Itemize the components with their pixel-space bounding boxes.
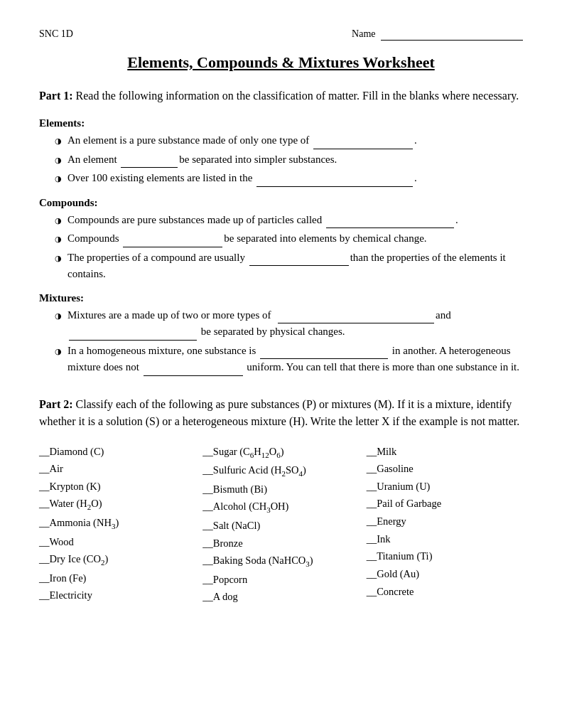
blank [313, 132, 413, 149]
part1-label: Part 1: [39, 90, 73, 102]
blank [256, 170, 413, 187]
list-item: __Pail of Garbage [367, 495, 523, 513]
list-item: __Baking Soda (NaHCO3) [202, 552, 359, 571]
part2-label: Part 2: [39, 398, 73, 410]
compounds-item-1: Compounds are pure substances made up of… [67, 212, 523, 229]
list-item: __Concrete [367, 583, 523, 601]
list-item: __Sulfuric Acid (H2SO4) [202, 461, 359, 481]
course-code: SNC 1D [39, 28, 73, 40]
list-item: __Diamond (C) [39, 443, 195, 461]
elements-item-2: An element be separated into simpler sub… [67, 151, 523, 168]
part1-intro: Part 1: Read the following information o… [39, 87, 523, 105]
list-item: __Air [39, 460, 195, 478]
mixtures-item-2: In a homogeneous mixture, one substance … [67, 343, 523, 376]
list-item: __Bismuth (Bi) [202, 481, 359, 498]
list-item: __Salt (NaCl) [202, 517, 359, 535]
mixtures-section: Mixtures: ◑ Mixtures are a made up of tw… [39, 292, 523, 376]
mixtures-heading: Mixtures: [39, 292, 523, 304]
bullet-icon: ◑ [55, 154, 62, 166]
list-item: __Gasoline [367, 460, 523, 478]
compounds-section: Compounds: ◑ Compounds are pure substanc… [39, 197, 523, 282]
blank [144, 359, 243, 376]
compounds-heading: Compounds: [39, 197, 523, 209]
elements-item-3: Over 100 existing elements are listed in… [67, 170, 523, 187]
list-item: __Wood [39, 533, 195, 551]
list-item: ◑ Over 100 existing elements are listed … [55, 170, 523, 187]
bullet-icon: ◑ [55, 310, 62, 322]
list-item: __Bronze [202, 535, 359, 552]
bullet-icon: ◑ [55, 135, 62, 147]
blank [260, 343, 388, 360]
name-line: Name [352, 28, 523, 41]
classify-col1: __Diamond (C) __Air __Krypton (K) __Wate… [39, 443, 195, 606]
mixtures-list: ◑ Mixtures are a made up of two or more … [55, 307, 523, 376]
blank [278, 307, 434, 324]
list-item: ◑ In a homogeneous mixture, one substanc… [55, 343, 523, 376]
list-item: __Ink [367, 530, 523, 548]
compounds-list: ◑ Compounds are pure substances made up … [55, 212, 523, 282]
bullet-icon: ◑ [55, 346, 62, 358]
classify-col3: __Milk __Gasoline __Uranium (U) __Pail o… [367, 443, 523, 606]
blank [249, 250, 349, 267]
list-item: __A dog [202, 588, 359, 606]
list-item: __Dry Ice (CO2) [39, 550, 195, 569]
list-item: ◑ Mixtures are a made up of two or more … [55, 307, 523, 341]
blank [69, 323, 197, 341]
part1-intro-text: Read the following information on the cl… [76, 90, 519, 102]
elements-list: ◑ An element is a pure substance made of… [55, 132, 523, 187]
bullet-icon: ◑ [55, 233, 62, 245]
worksheet-title: Elements, Compounds & Mixtures Worksheet [39, 53, 523, 72]
classify-col2: __Sugar (C6H12O6) __Sulfuric Acid (H2SO4… [202, 443, 359, 606]
header: SNC 1D Name [39, 28, 523, 41]
list-item: ◑ Compounds are pure substances made up … [55, 212, 523, 229]
list-item: __Gold (Au) [367, 565, 523, 583]
list-item: ◑ Compounds be separated into elements b… [55, 230, 523, 247]
name-label: Name [352, 28, 375, 39]
compounds-item-2: Compounds be separated into elements by … [67, 230, 523, 247]
list-item: __Krypton (K) [39, 478, 195, 496]
list-item: __Water (H2O) [39, 495, 195, 514]
name-underline [381, 28, 523, 41]
list-item: __Alcohol (CH3OH) [202, 498, 359, 517]
mixtures-item-1: Mixtures are a made up of two or more ty… [67, 307, 523, 341]
blank [121, 151, 178, 168]
blank [326, 212, 454, 229]
list-item: __Electricity [39, 587, 195, 604]
list-item: ◑ An element is a pure substance made of… [55, 132, 523, 149]
list-item: __Iron (Fe) [39, 569, 195, 587]
bullet-icon: ◑ [55, 215, 62, 227]
part2-intro-text: Classify each of the following as pure s… [39, 398, 519, 427]
elements-section: Elements: ◑ An element is a pure substan… [39, 117, 523, 187]
list-item: __Milk [367, 443, 523, 461]
list-item: ◑ An element be separated into simpler s… [55, 151, 523, 168]
part2-intro: Part 2: Classify each of the following a… [39, 396, 523, 430]
bullet-icon: ◑ [55, 173, 62, 185]
classify-grid: __Diamond (C) __Air __Krypton (K) __Wate… [39, 443, 523, 606]
list-item: __Energy [367, 513, 523, 530]
list-item: __Popcorn [202, 571, 359, 589]
bullet-icon: ◑ [55, 252, 62, 264]
compounds-item-3: The properties of a compound are usually… [67, 250, 523, 282]
list-item: __Ammonia (NH3) [39, 514, 195, 533]
list-item: __Uranium (U) [367, 478, 523, 496]
list-item: ◑ The properties of a compound are usual… [55, 250, 523, 282]
elements-heading: Elements: [39, 117, 523, 129]
list-item: __Titanium (Ti) [367, 547, 523, 565]
blank [123, 230, 222, 247]
list-item: __Sugar (C6H12O6) [202, 443, 359, 462]
part2-section: Part 2: Classify each of the following a… [39, 396, 523, 606]
elements-item-1: An element is a pure substance made of o… [67, 132, 523, 149]
